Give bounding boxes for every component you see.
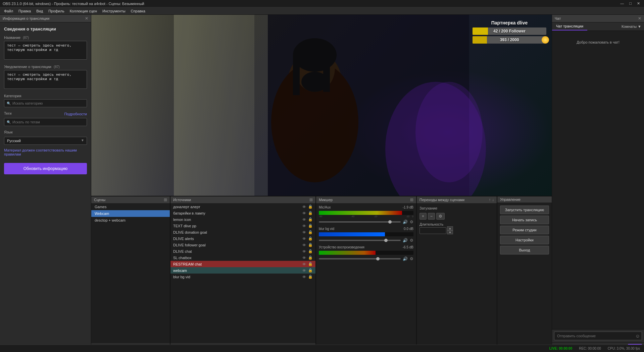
source-lock-icon-11[interactable]: 🔒 [308, 268, 313, 273]
transitions-panel-down[interactable]: ↓ [492, 197, 494, 202]
menu-edit[interactable]: Правка [16, 8, 34, 14]
source-eye-icon-3[interactable]: 👁 [302, 218, 306, 222]
exit-button[interactable]: Выход [500, 246, 549, 254]
tags-search-wrapper: 🔍 [4, 118, 87, 126]
source-item-webcam[interactable]: webcam 👁 🔒 [170, 267, 315, 274]
source-eye-icon-12[interactable]: 👁 [302, 275, 306, 279]
source-eye-icon-6[interactable]: 👁 [302, 237, 306, 241]
menu-scenes[interactable]: Коллекция сцен [67, 8, 100, 14]
source-item-donalert[interactable]: доналерт алерт 👁 🔒 [170, 203, 315, 210]
fade-label: Затухание [419, 206, 494, 210]
tags-details-link[interactable]: Подробности [64, 112, 87, 116]
start-recording-button[interactable]: Начать запись [500, 216, 549, 224]
source-item-dlive-alerts[interactable]: DLIVE alerts 👁 🔒 [170, 235, 315, 242]
minimize-button[interactable]: — [619, 1, 625, 6]
source-item-lemon[interactable]: lemon icon 👁 🔒 [170, 216, 315, 223]
mixer-slider-playback[interactable] [319, 258, 401, 259]
duration-down-button[interactable]: ▼ [447, 230, 453, 234]
source-item-dlive-donation[interactable]: DLIVE donation goal 👁 🔒 [170, 229, 315, 235]
scenes-panel-ctrl[interactable]: ⊞ [164, 197, 167, 202]
settings-button[interactable]: Настройки [500, 236, 549, 244]
transitions-content: Затухание + − ⚙ Длительность 666ms ▲ ▼ [417, 203, 497, 352]
source-lock-icon-9[interactable]: 🔒 [308, 255, 313, 260]
menu-file[interactable]: Файл [1, 8, 16, 14]
title-bar: OBS 23.1.0 (64-bit, windows) - Профиль: … [0, 0, 644, 7]
source-item-dlive-follower[interactable]: DLIVE follower goal 👁 🔒 [170, 242, 315, 248]
source-item-sl-chatbox[interactable]: SL chatbox 👁 🔒 [170, 254, 315, 261]
chat-emoji-button[interactable]: ☺ [635, 333, 640, 339]
mixer-mute-mic[interactable]: 🔊 [403, 220, 408, 224]
mixer-meter-playback [319, 251, 413, 255]
menu-profile[interactable]: Профиль [46, 8, 67, 14]
source-eye-icon-7[interactable]: 👁 [302, 243, 306, 247]
transition-add-button[interactable]: + [419, 213, 427, 220]
source-eye-icon-11[interactable]: 👁 [302, 269, 306, 273]
source-item-battery[interactable]: батарейки в лампу 👁 🔒 [170, 210, 315, 216]
source-lock-icon-8[interactable]: 🔒 [308, 249, 313, 253]
source-lock-icon-3[interactable]: 🔒 [308, 217, 313, 222]
follower-progress-container: 42 / 200 Follower [473, 27, 546, 35]
source-eye-icon-8[interactable]: 👁 [302, 249, 306, 253]
scene-item-webcam[interactable]: Webcam [91, 210, 170, 217]
mixer-panel-ctrl[interactable]: ⊞ [410, 197, 413, 202]
source-eye-icon-10[interactable]: 👁 [302, 262, 306, 266]
menu-help[interactable]: Справка [128, 8, 148, 14]
source-item-dlive-chat[interactable]: DLIVE chat 👁 🔒 [170, 248, 315, 254]
scene-item-games[interactable]: Games [91, 203, 170, 210]
maximize-button[interactable]: □ [628, 1, 633, 6]
source-item-blur[interactable]: blur bg vid 👁 🔒 [170, 274, 315, 280]
source-lock-icon-4[interactable]: 🔒 [308, 224, 313, 228]
scene-item-desktop-webcam[interactable]: desctop + webcam [91, 217, 170, 224]
center-area: Партнерка dlive 42 / 200 Follower 393 / … [91, 15, 552, 352]
category-search-input[interactable] [4, 99, 87, 107]
dlive-overlay: Партнерка dlive 42 / 200 Follower 393 / … [473, 20, 546, 45]
language-select[interactable]: Русский English Deutsch Français [4, 137, 87, 145]
menu-view[interactable]: Вид [34, 8, 46, 14]
stream-notif-input[interactable]: тест — смотреть здесь нечего, тестирую н… [4, 70, 87, 89]
mixer-meter-mic-fill [319, 211, 402, 215]
source-lock-icon-2[interactable]: 🔒 [308, 211, 313, 215]
duration-input[interactable]: 666ms [419, 227, 446, 234]
sources-panel-ctrl[interactable]: ⊞ [309, 197, 313, 202]
start-stream-button[interactable]: Запустить трансляцию [500, 206, 549, 214]
source-eye-icon-5[interactable]: 👁 [302, 230, 306, 234]
tags-search-input[interactable] [4, 118, 87, 126]
source-eye-icon[interactable]: 👁 [302, 205, 306, 209]
mixer-mute-playback[interactable]: 🔊 [403, 256, 408, 261]
close-button[interactable]: ✕ [636, 1, 641, 6]
chat-message-input[interactable] [554, 332, 642, 340]
mixer-slider-mic[interactable] [319, 221, 401, 223]
source-lock-icon[interactable]: 🔒 [308, 204, 313, 209]
source-item-text-dlive[interactable]: TEXT dlive pp 👁 🔒 [170, 223, 315, 229]
mixer-channel-blur-db: 0.0 dB [404, 227, 413, 231]
tab-rooms[interactable]: Комнаты ▼ [622, 22, 644, 31]
stream-info-close-button[interactable]: ✕ [85, 16, 88, 21]
source-lock-icon-6[interactable]: 🔒 [308, 236, 313, 241]
rules-link[interactable]: Материал должен соответствовать нашим пр… [4, 148, 87, 156]
stream-name-input[interactable]: тест — смотреть здесь нечего, тестирую н… [4, 41, 87, 60]
transitions-panel-up[interactable]: ↑ [489, 197, 491, 202]
duration-up-button[interactable]: ▲ [447, 226, 453, 230]
transition-settings-button[interactable]: ⚙ [436, 213, 445, 220]
source-eye-icon-4[interactable]: 👁 [302, 224, 306, 228]
source-item-restream[interactable]: RESTREAM chat 👁 🔒 [170, 261, 315, 267]
stream-info-content: Сведения о трансляции Название (87) тест… [0, 22, 91, 352]
source-lock-icon-12[interactable]: 🔒 [308, 275, 313, 279]
chat-close-button[interactable]: ✕ [638, 16, 641, 21]
source-lock-icon-10[interactable]: 🔒 [308, 262, 313, 266]
source-lock-icon-5[interactable]: 🔒 [308, 230, 313, 234]
menu-tools[interactable]: Инструменты [100, 8, 128, 14]
tab-chat-stream[interactable]: Чат трансляции [552, 22, 587, 31]
mixer-settings-blur[interactable]: ⚙ [410, 238, 413, 243]
source-eye-icon-9[interactable]: 👁 [302, 256, 306, 260]
update-info-button[interactable]: Обновить информацию [4, 163, 87, 174]
mixer-mute-blur[interactable]: 🔊 [403, 238, 408, 243]
mixer-slider-blur[interactable] [319, 240, 401, 241]
source-lock-icon-7[interactable]: 🔒 [308, 243, 313, 247]
mixer-settings-mic[interactable]: ⚙ [410, 220, 413, 224]
mixer-channel-mic: Mic/Aux -1.9 dB -60 -40 -20 -10 [317, 205, 415, 225]
mixer-settings-playback[interactable]: ⚙ [410, 256, 413, 261]
transition-remove-button[interactable]: − [428, 213, 435, 220]
studio-mode-button[interactable]: Режим студии [500, 226, 549, 234]
source-eye-icon-2[interactable]: 👁 [302, 211, 306, 215]
